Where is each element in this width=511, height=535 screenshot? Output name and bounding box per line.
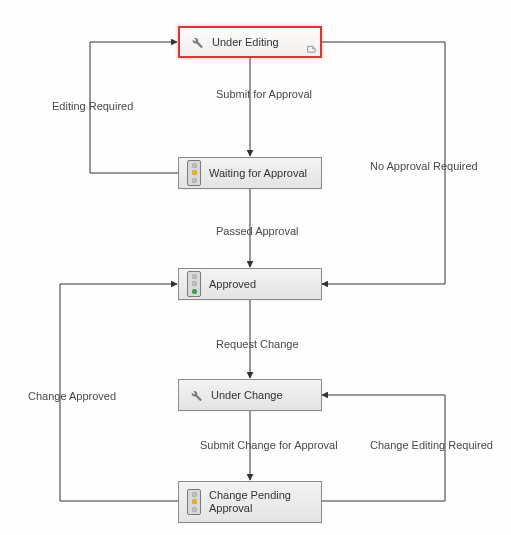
- state-label: Change Pending Approval: [209, 489, 321, 514]
- state-label: Under Editing: [212, 36, 320, 49]
- edge-label-editing-required: Editing Required: [52, 100, 133, 112]
- edge-label-change-approved: Change Approved: [28, 390, 116, 402]
- edge-label-no-approval-required: No Approval Required: [370, 160, 478, 172]
- edge-label-request-change: Request Change: [216, 338, 299, 350]
- state-under-change[interactable]: Under Change: [178, 379, 322, 411]
- state-under-editing[interactable]: Under Editing: [178, 26, 322, 58]
- edge-label-submit-change-for-approval: Submit Change for Approval: [200, 439, 338, 451]
- state-label: Waiting for Approval: [209, 167, 321, 180]
- wrench-icon: [188, 34, 204, 50]
- traffic-light-amber-icon: [187, 489, 201, 515]
- edge-label-change-editing-required: Change Editing Required: [370, 439, 493, 451]
- edge-label-submit-for-approval: Submit for Approval: [216, 88, 312, 100]
- traffic-light-amber-icon: [187, 160, 201, 186]
- state-waiting-for-approval[interactable]: Waiting for Approval: [178, 157, 322, 189]
- traffic-light-green-icon: [187, 271, 201, 297]
- state-label: Under Change: [211, 389, 321, 402]
- wrench-icon: [187, 387, 203, 403]
- state-label: Approved: [209, 278, 321, 291]
- state-change-pending-approval[interactable]: Change Pending Approval: [178, 481, 322, 523]
- workflow-diagram: Under Editing Waiting for Approval Appro…: [0, 0, 511, 535]
- state-approved[interactable]: Approved: [178, 268, 322, 300]
- note-corner-icon: [306, 43, 316, 53]
- edge-label-passed-approval: Passed Approval: [216, 225, 299, 237]
